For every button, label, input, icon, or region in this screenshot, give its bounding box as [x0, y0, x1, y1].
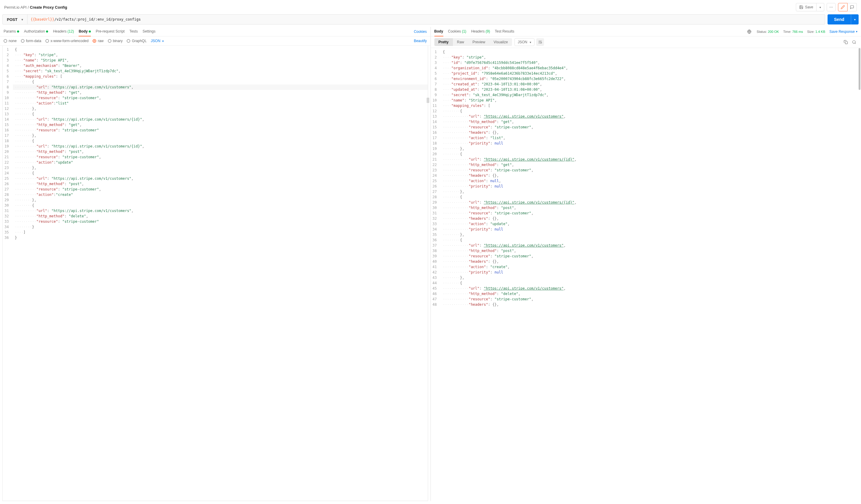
breadcrumb-parent[interactable]: Permit.io API [4, 5, 27, 10]
radio-icon [21, 39, 25, 43]
save-label: Save [805, 5, 813, 9]
beautify-link[interactable]: Beautify [414, 39, 427, 43]
status-label: Status: 200 OK [757, 30, 779, 33]
copy-response-button[interactable] [843, 39, 849, 45]
radio-icon [93, 39, 96, 43]
resp-tab-cookies[interactable]: Cookies (1) [448, 27, 466, 36]
chevron-down-icon: ▾ [856, 30, 858, 33]
breadcrumb-current: Create Proxy Config [30, 5, 67, 10]
chevron-down-icon: ▾ [854, 18, 856, 21]
body-radio-xwww[interactable]: x-www-form-urlencoded [45, 39, 88, 43]
request-body-editor[interactable]: 1234567891011121314151617181920212223242… [3, 46, 428, 501]
view-preview[interactable]: Preview [468, 38, 490, 46]
request-url-bar: POST ▾ {{baseUrl}}/v2/facts/:proj_id/:en… [2, 14, 825, 25]
pane-resize-handle[interactable] [427, 98, 429, 103]
edit-button[interactable] [838, 3, 848, 11]
tab-headers[interactable]: Headers (12) [53, 27, 74, 36]
send-dropdown-button[interactable]: ▾ [851, 14, 859, 25]
chevron-down-icon: ▾ [819, 6, 821, 9]
tab-params[interactable]: Params [3, 27, 19, 36]
tab-tests[interactable]: Tests [129, 27, 138, 36]
send-button[interactable]: Send [828, 14, 851, 25]
wrap-lines-button[interactable] [536, 38, 544, 46]
view-raw[interactable]: Raw [453, 38, 468, 46]
size-label: Size: 1.4 KB [807, 30, 825, 33]
resp-tab-headers[interactable]: Headers (9) [471, 27, 490, 36]
radio-icon [45, 39, 49, 43]
save-icon [799, 5, 803, 9]
resp-tab-body[interactable]: Body [434, 27, 443, 36]
radio-icon [127, 39, 130, 43]
chevron-down-icon: ▾ [530, 41, 531, 44]
tab-prerequest[interactable]: Pre-request Script [96, 27, 125, 36]
cookies-link[interactable]: Cookies [414, 30, 427, 34]
body-format-dropdown[interactable]: JSON▾ [151, 39, 164, 43]
svg-point-5 [853, 41, 855, 43]
chevron-down-icon: ▾ [162, 39, 164, 43]
resp-tab-tests[interactable]: Test Results [495, 27, 514, 36]
url-variable: {{baseUrl}} [30, 17, 54, 22]
more-icon: ⋯ [829, 5, 833, 9]
response-view-segment: Pretty Raw Preview Visualize [434, 38, 512, 46]
tab-authorization[interactable]: Authorization [24, 27, 48, 36]
view-visualize[interactable]: Visualize [489, 38, 512, 46]
body-radio-binary[interactable]: binary [108, 39, 123, 43]
radio-icon [3, 39, 7, 43]
radio-icon [108, 39, 111, 43]
body-radio-formdata[interactable]: form-data [21, 39, 41, 43]
status-dot-icon [17, 30, 19, 32]
method-dropdown[interactable]: POST ▾ [3, 15, 27, 24]
time-label: Time: 766 ms [783, 30, 803, 33]
pencil-icon [841, 5, 845, 9]
body-radio-graphql[interactable]: GraphQL [127, 39, 146, 43]
tab-body[interactable]: Body [79, 27, 91, 36]
scrollbar-thumb[interactable] [859, 48, 860, 90]
body-radio-raw[interactable]: raw [93, 39, 104, 43]
comment-button[interactable] [848, 3, 857, 11]
svg-line-6 [855, 43, 856, 44]
breadcrumb: Permit.io API / Create Proxy Config [4, 5, 67, 10]
svg-rect-4 [845, 42, 848, 44]
save-dropdown-button[interactable]: ▾ [817, 3, 824, 11]
url-input[interactable]: {{baseUrl}}/v2/facts/:proj_id/:env_id/pr… [27, 15, 824, 24]
response-format-dropdown[interactable]: JSON▾ [515, 38, 534, 46]
save-button[interactable]: Save [796, 3, 817, 11]
save-response-dropdown[interactable]: Save Response ▾ [829, 30, 858, 34]
more-options-button[interactable]: ⋯ [826, 3, 836, 11]
chevron-down-icon: ▾ [22, 18, 23, 21]
url-path: /v2/facts/:proj_id/:env_id/proxy_configs [54, 17, 141, 22]
status-dot-icon [46, 30, 48, 32]
breadcrumb-sep: / [28, 5, 29, 10]
body-radio-none[interactable]: none [3, 39, 17, 43]
response-body-viewer[interactable]: 1234567891011121314151617181920212223242… [431, 48, 861, 501]
tab-settings[interactable]: Settings [142, 27, 155, 36]
search-response-button[interactable] [851, 39, 858, 45]
method-value: POST [7, 17, 17, 22]
comment-icon [850, 5, 854, 9]
globe-icon[interactable] [746, 28, 753, 35]
view-pretty[interactable]: Pretty [434, 38, 453, 46]
status-dot-icon [89, 30, 91, 32]
